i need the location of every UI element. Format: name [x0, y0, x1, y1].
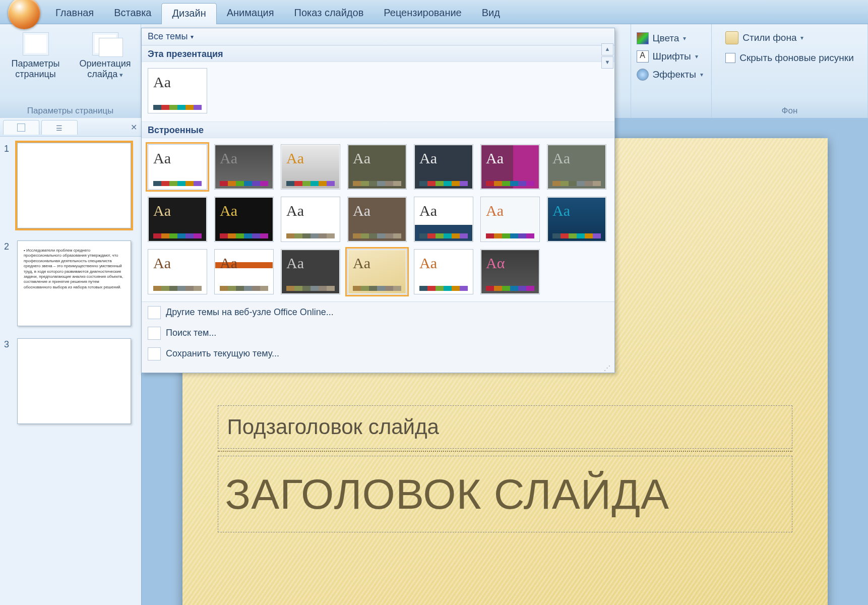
theme-gallery-dropdown: Все темы ▲ ▼ Эта презентация Aa Встроенн…: [141, 28, 615, 373]
slide-number: 3: [4, 338, 13, 424]
orientation-icon: [92, 32, 118, 55]
search-themes[interactable]: Поиск тем...: [142, 323, 614, 343]
more-themes-online[interactable]: Другие темы на веб-узле Office Online...: [142, 302, 614, 323]
title-separator: [218, 451, 792, 452]
tab-slideshow[interactable]: Показ слайдов: [284, 3, 374, 24]
theme-thumb[interactable]: Aa: [214, 144, 274, 190]
slide-preview: [17, 143, 131, 228]
gallery-section-this-presentation: Эта презентация: [142, 45, 614, 62]
tab-review[interactable]: Рецензирование: [374, 3, 471, 24]
search-themes-label: Поиск тем...: [166, 328, 216, 338]
gallery-section-builtin: Встроенные: [142, 122, 614, 138]
pane-tabs: ✕: [0, 118, 141, 137]
title-text: Заголовок слайда: [218, 470, 670, 519]
ribbon-group-theme-options: Цвета ▾ Шрифты ▾ Эффекты ▾: [631, 24, 712, 118]
theme-thumb[interactable]: Aa: [414, 249, 473, 294]
theme-thumb[interactable]: Aa: [148, 249, 207, 294]
gallery-scroll-down[interactable]: ▼: [601, 56, 613, 69]
tab-insert[interactable]: Вставка: [104, 3, 161, 24]
colors-icon: [637, 32, 649, 44]
resize-grip[interactable]: ⋰: [142, 364, 614, 373]
slide-thumbnails[interactable]: 1 2 • Исследователи проблем среднего про…: [0, 137, 141, 605]
theme-fonts-label: Шрифты: [653, 51, 691, 62]
subtitle-placeholder[interactable]: Подзаголовок слайда: [218, 405, 792, 449]
pane-close-button[interactable]: ✕: [131, 123, 137, 132]
save-current-theme[interactable]: Сохранить текущую тему...: [142, 343, 614, 364]
theme-thumb[interactable]: Aa: [480, 144, 540, 190]
search-icon: [148, 327, 161, 340]
theme-thumb-current[interactable]: Aa: [148, 68, 207, 113]
slide-thumb-3[interactable]: 3: [4, 338, 137, 424]
ribbon-group-page-setup: Параметры страницы Ориентация слайда Пар…: [0, 24, 141, 118]
theme-thumb[interactable]: Aa: [281, 197, 340, 242]
theme-thumb[interactable]: Aa: [281, 144, 340, 190]
tab-view[interactable]: Вид: [472, 3, 510, 24]
slide-thumb-1[interactable]: 1: [4, 143, 137, 228]
slide-number: 2: [4, 240, 13, 326]
save-theme-label: Сохранить текущую тему...: [166, 348, 279, 358]
theme-thumb[interactable]: Aa: [281, 249, 340, 294]
fonts-icon: [637, 50, 649, 63]
theme-swatch: [153, 105, 202, 110]
more-themes-label: Другие темы на веб-узле Office Online...: [166, 307, 334, 317]
ribbon-tabs: Главная Вставка Дизайн Анимация Показ сл…: [0, 0, 868, 24]
gallery-scroll-up[interactable]: ▲: [601, 43, 613, 55]
checkbox-icon: [725, 53, 735, 63]
ribbon-group-background: Стили фона ▾ Скрыть фоновые рисунки Фон: [712, 24, 868, 118]
slide-number: 1: [4, 143, 13, 228]
slide-preview: [17, 338, 131, 424]
theme-thumb[interactable]: Aa: [414, 144, 473, 190]
tab-design[interactable]: Дизайн: [161, 3, 216, 24]
theme-fonts-button[interactable]: Шрифты ▾: [637, 50, 706, 63]
tab-home[interactable]: Главная: [45, 3, 104, 24]
theme-thumb[interactable]: Aa: [480, 197, 540, 242]
theme-thumb[interactable]: Aa: [414, 197, 473, 242]
theme-colors-label: Цвета: [653, 33, 679, 44]
background-styles-button[interactable]: Стили фона ▾: [725, 31, 854, 44]
background-styles-icon: [725, 31, 738, 44]
orientation-label: Ориентация слайда: [74, 58, 137, 80]
theme-thumb[interactable]: Aa: [214, 249, 274, 294]
page-setup-group-label: Параметры страницы: [0, 106, 141, 116]
theme-sample-text: Aa: [153, 75, 202, 90]
globe-icon: [148, 306, 161, 319]
theme-effects-button[interactable]: Эффекты ▾: [637, 69, 706, 81]
gallery-footer: Другие темы на веб-узле Office Online...…: [142, 301, 614, 373]
effects-icon: [637, 69, 649, 81]
page-params-label: Параметры страницы: [5, 58, 67, 80]
theme-thumb[interactable]: Aa: [148, 197, 207, 242]
hide-background-label: Скрыть фоновые рисунки: [739, 52, 854, 64]
theme-thumb[interactable]: Aa: [347, 197, 407, 242]
subtitle-text: Подзаголовок слайда: [218, 415, 439, 439]
page-params-button[interactable]: Параметры страницы: [5, 30, 67, 80]
pane-tab-slides[interactable]: [3, 120, 39, 135]
theme-thumb[interactable]: Aa: [547, 144, 606, 190]
slide-preview: • Исследователи проблем среднего професс…: [17, 240, 131, 326]
hide-background-checkbox[interactable]: Скрыть фоновые рисунки: [725, 52, 854, 64]
theme-thumb[interactable]: Aa: [347, 144, 407, 190]
theme-colors-button[interactable]: Цвета ▾: [637, 32, 706, 44]
theme-thumb[interactable]: Aa: [547, 197, 606, 242]
theme-thumb[interactable]: Aa: [148, 144, 207, 190]
theme-thumb[interactable]: Aa: [214, 197, 274, 242]
theme-thumb-hover[interactable]: Aa: [347, 249, 407, 294]
title-placeholder[interactable]: Заголовок слайда: [218, 456, 792, 532]
slides-pane: ✕ 1 2 • Исследователи проблем среднего п…: [0, 118, 142, 605]
background-group-label: Фон: [712, 106, 867, 116]
slide-orientation-button[interactable]: Ориентация слайда: [74, 30, 137, 80]
slide-thumb-2[interactable]: 2 • Исследователи проблем среднего профе…: [4, 240, 137, 326]
save-icon: [148, 347, 161, 360]
page-params-icon: [23, 32, 49, 55]
theme-thumb[interactable]: Aα: [480, 249, 540, 294]
pane-tab-outline[interactable]: [41, 120, 78, 135]
background-styles-label: Стили фона: [742, 32, 796, 43]
theme-effects-label: Эффекты: [653, 69, 696, 80]
tab-animation[interactable]: Анимация: [217, 3, 284, 24]
gallery-header[interactable]: Все темы: [142, 28, 614, 45]
